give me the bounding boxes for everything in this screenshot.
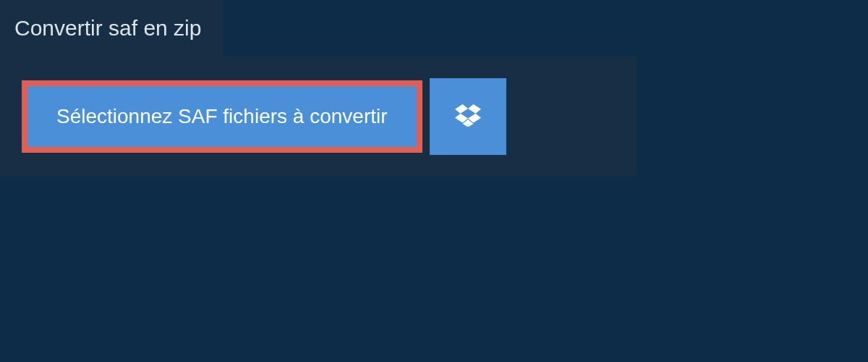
tab-header: Convertir saf en zip [0,0,223,56]
dropbox-icon [455,104,481,130]
page-title: Convertir saf en zip [14,16,201,41]
select-files-label: Sélectionnez SAF fichiers à convertir [56,105,388,128]
converter-panel: Sélectionnez SAF fichiers à convertir [0,56,637,177]
dropbox-button[interactable] [430,78,506,155]
select-files-button[interactable]: Sélectionnez SAF fichiers à convertir [22,80,422,153]
